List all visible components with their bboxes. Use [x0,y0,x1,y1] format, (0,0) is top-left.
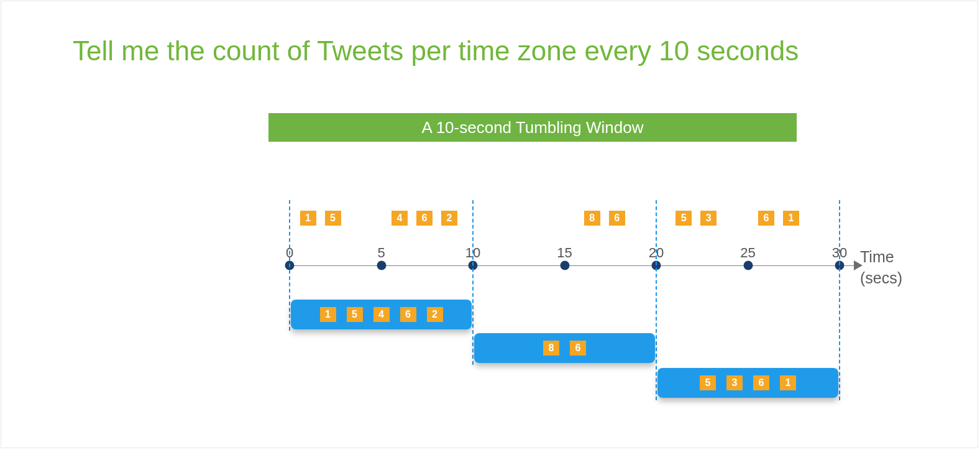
tick-dot [377,261,386,270]
event-chip: 4 [392,211,408,226]
event-chip: 2 [441,211,457,226]
window-guide [289,200,290,331]
tick-label: 25 [740,245,755,261]
event-chip: 6 [416,211,433,226]
banner: A 10-second Tumbling Window [268,113,797,142]
event-chip: 1 [300,211,316,226]
window-guide [472,200,474,365]
window-chip: 5 [347,307,363,322]
window-guide [839,200,840,400]
axis-label-line2: (secs) [860,269,902,287]
window-chip: 4 [373,307,390,322]
tumbling-window: 15462 [291,300,472,329]
event-chip: 5 [325,211,341,226]
window-chip: 6 [400,307,416,322]
tick-label: 15 [557,245,572,261]
window-chip: 1 [320,307,336,322]
event-chip: 6 [758,211,774,226]
page-title: Tell me the count of Tweets per time zon… [73,35,799,67]
axis-label: Time (secs) [860,247,902,289]
time-axis [290,265,854,266]
event-chip: 1 [783,211,799,226]
window-guide [656,200,657,400]
tick-dot [560,261,569,270]
window-chip: 2 [427,307,443,322]
event-chip: 6 [609,211,625,226]
tick-label: 5 [377,245,385,261]
axis-label-line1: Time [860,248,894,265]
window-chip: 8 [543,341,559,356]
window-chip: 5 [700,375,716,390]
window-chip: 6 [753,375,769,390]
window-chip: 3 [726,375,743,390]
window-chip: 1 [780,375,796,390]
tumbling-window: 5361 [657,368,838,398]
window-chip: 6 [570,341,586,356]
tick-dot [743,261,753,270]
event-chip: 8 [584,211,600,226]
event-chip: 3 [700,211,717,226]
event-chip: 5 [675,211,692,226]
tumbling-window: 86 [474,333,655,363]
